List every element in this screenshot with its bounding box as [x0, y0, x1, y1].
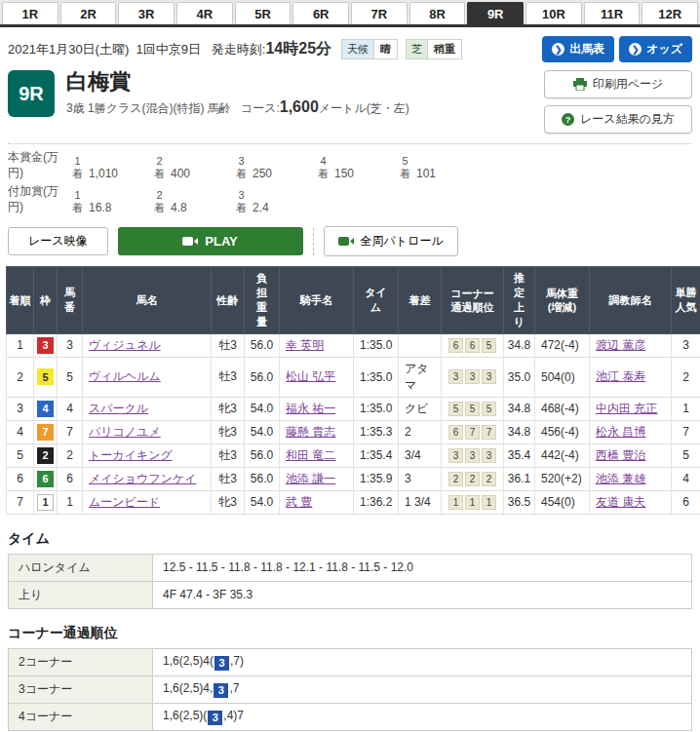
- frame-badge: 4: [37, 401, 54, 417]
- tab-9r-active[interactable]: 9R: [467, 2, 524, 24]
- horse-weight: 442(-4): [535, 443, 590, 467]
- trainer-link[interactable]: 渡辺 薫彦: [596, 338, 645, 352]
- jockey-link[interactable]: 松山 弘平: [286, 369, 335, 383]
- horse-number: 2: [58, 443, 83, 467]
- jockey-link[interactable]: 池添 謙一: [286, 472, 335, 485]
- trainer-link[interactable]: 西橋 豊治: [596, 448, 645, 462]
- margin: アタマ: [399, 357, 442, 397]
- jockey-link[interactable]: 藤懸 貴志: [286, 425, 335, 439]
- chevron-circle-icon: ❯: [629, 43, 642, 56]
- trainer-link[interactable]: 松永 昌博: [596, 425, 645, 439]
- tab-5r[interactable]: 5R: [235, 2, 292, 24]
- trainer-link[interactable]: 池江 泰寿: [596, 369, 645, 383]
- tab-10r[interactable]: 10R: [525, 2, 582, 24]
- col-frame: 枠: [34, 267, 58, 333]
- tab-7r[interactable]: 7R: [351, 2, 408, 24]
- chevron-circle-icon: ❯: [552, 43, 564, 56]
- corner-row: 3コーナー 1,6(2,5)4,3,7: [9, 675, 692, 703]
- patrol-video-button[interactable]: 全周パトロール: [324, 226, 458, 256]
- margin: 2: [399, 420, 442, 443]
- corner-order: 665: [442, 333, 504, 357]
- frame-badge: 6: [37, 471, 54, 487]
- last-3f: 36.5: [504, 490, 535, 514]
- corner-section-heading: コーナー通過順位: [8, 625, 692, 642]
- sex-age: 牝3: [212, 420, 245, 443]
- load-weight: 56.0: [245, 333, 280, 357]
- time: 1:35.4: [354, 443, 399, 467]
- tab-12r[interactable]: 12R: [642, 2, 698, 24]
- winner-highlight: 3: [214, 656, 229, 671]
- corner-table: 2コーナー 1,6(2,5)4(3,7) 3コーナー 1,6(2,5)4,3,7…: [8, 648, 692, 731]
- results-header-row: 着順 枠 馬番 馬名 性齢 負担重量 騎手名 タイム 着差 コーナー通過順位 推…: [7, 267, 700, 333]
- time: 1:35.0: [354, 333, 399, 357]
- furlong-time-row: ハロンタイム 12.5 - 11.5 - 11.8 - 11.8 - 12.1 …: [9, 554, 692, 581]
- print-page-button[interactable]: 印刷用ページ: [544, 70, 692, 98]
- trainer-link[interactable]: 中内田 充正: [596, 402, 657, 415]
- horse-link[interactable]: ヴィジュネル: [89, 338, 161, 352]
- odds-button[interactable]: ❯ オッズ: [619, 36, 692, 62]
- corner-order: 222: [442, 467, 504, 490]
- last-3f: 35.4: [504, 443, 535, 467]
- frame-badge: 2: [37, 447, 54, 464]
- race-title-panel: 9R 白梅賞 3歳 1勝クラス(混合)(特指) 馬齢 コース:1,600メートル…: [0, 66, 700, 134]
- prize-section: 本賞金(万円) 1着1,010 2着400 3着250 4着150 5着101 …: [8, 143, 692, 214]
- horse-weight: 468(-4): [535, 397, 590, 420]
- divider: [313, 228, 314, 255]
- prize-value: 1,010: [89, 167, 118, 180]
- tab-2r[interactable]: 2R: [60, 2, 117, 24]
- horse-link[interactable]: スパークル: [89, 402, 148, 415]
- prize-value: 250: [253, 167, 272, 180]
- horse-weight: 472(-4): [535, 333, 590, 357]
- race-number-badge: 9R: [8, 70, 55, 117]
- weather-badge: 天候晴: [341, 39, 398, 59]
- entries-button[interactable]: ❯ 出馬表: [542, 36, 614, 62]
- tab-4r[interactable]: 4R: [176, 2, 233, 24]
- frame-badge: 7: [37, 424, 54, 441]
- horse-weight: 454(0): [535, 490, 590, 514]
- trainer-link[interactable]: 友道 康夫: [596, 495, 645, 509]
- last-3f: 34.8: [504, 420, 535, 443]
- result-row: 2 5 5 ヴィルヘルム 牡3 56.0 松山 弘平 1:35.0 アタマ 33…: [7, 357, 700, 397]
- result-row: 3 4 4 スパークル 牝3 54.0 福永 祐一 1:35.0 クビ 555 …: [7, 397, 700, 420]
- load-weight: 54.0: [245, 397, 280, 420]
- margin: 3/4: [399, 443, 442, 467]
- load-weight: 54.0: [245, 490, 280, 514]
- horse-link[interactable]: メイショウフンケイ: [89, 472, 197, 485]
- horse-link[interactable]: パリコノユメ: [89, 425, 161, 439]
- horse-link[interactable]: トーカイキング: [89, 448, 173, 462]
- tab-11r[interactable]: 11R: [584, 2, 641, 24]
- race-video-button[interactable]: レース映像: [8, 227, 108, 255]
- time: 1:35.0: [354, 397, 399, 420]
- jockey-link[interactable]: 福永 祐一: [286, 402, 335, 415]
- video-button-row: レース映像 PLAY 全周パトロール: [8, 226, 692, 256]
- trainer-link[interactable]: 池添 兼雄: [596, 472, 645, 485]
- jockey-link[interactable]: 武 豊: [286, 495, 312, 509]
- result-row: 6 6 6 メイショウフンケイ 牡3 56.0 池添 謙一 1:35.9 3 2…: [7, 467, 700, 490]
- tab-6r[interactable]: 6R: [292, 2, 349, 24]
- tab-3r[interactable]: 3R: [118, 2, 175, 24]
- tab-8r[interactable]: 8R: [409, 2, 466, 24]
- sex-age: 牝3: [212, 397, 245, 420]
- horse-link[interactable]: ヴィルヘルム: [89, 369, 161, 383]
- play-button[interactable]: PLAY: [118, 227, 303, 255]
- winner-highlight: 3: [214, 683, 228, 698]
- col-load-weight: 負担重量: [245, 267, 280, 333]
- finish-position: 7: [7, 490, 34, 514]
- race-tab-bar: 1R 2R 3R 4R 5R 6R 7R 8R 9R 10R 11R 12R: [0, 0, 700, 27]
- jockey-link[interactable]: 和田 竜二: [286, 448, 335, 462]
- horse-number: 5: [58, 357, 83, 397]
- course-distance: 1,600: [280, 98, 319, 115]
- prize-value: 101: [416, 167, 436, 180]
- col-jockey: 騎手名: [280, 267, 354, 333]
- corner-row: 4コーナー 1,6(2,5)(3,4)7: [9, 703, 692, 730]
- horse-link[interactable]: ムーンビード: [89, 495, 160, 509]
- win-popularity: 3: [672, 333, 700, 357]
- winner-highlight: 3: [208, 711, 222, 725]
- results-help-button[interactable]: ? レース結果の見方: [544, 105, 692, 134]
- margin: 3: [399, 467, 442, 490]
- corner-order: 677: [442, 420, 504, 443]
- jockey-link[interactable]: 幸 英明: [286, 338, 324, 352]
- col-horse-name: 馬名: [83, 267, 212, 333]
- tab-1r[interactable]: 1R: [2, 2, 58, 24]
- prize-value: 4.8: [171, 201, 187, 214]
